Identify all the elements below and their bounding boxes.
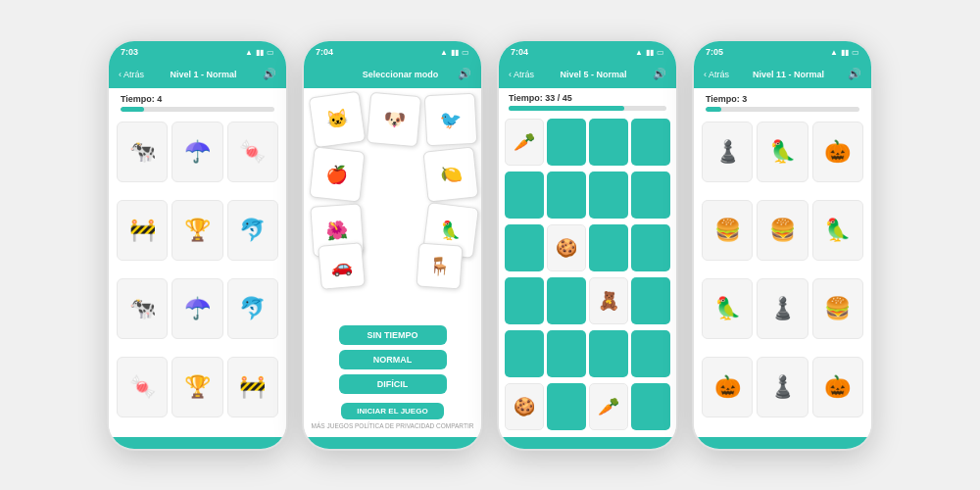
back-button[interactable]: ‹ Atrás: [704, 70, 729, 79]
memory-cell[interactable]: [631, 330, 670, 377]
mode-btn-sin-tiempo[interactable]: SIN TIEMPO: [339, 325, 447, 345]
phone-bottom-bar: [499, 437, 676, 449]
image-cell[interactable]: 🐄: [117, 278, 168, 339]
memory-cell[interactable]: [631, 119, 670, 166]
memory-cell[interactable]: 🍪: [547, 224, 586, 271]
back-button[interactable]: ‹ Atrás: [509, 70, 534, 79]
image-cell[interactable]: 🍬: [117, 357, 168, 417]
scattered-card: 🐶: [367, 92, 421, 147]
scattered-card: 🍋: [422, 146, 478, 202]
sound-icon[interactable]: 🔊: [848, 68, 861, 80]
image-cell[interactable]: 🐬: [227, 278, 278, 339]
memory-grid: 🥕🍪🧸🍪🥕: [499, 115, 676, 437]
chevron-left-icon: ‹: [119, 70, 122, 79]
memory-cell[interactable]: [631, 224, 670, 271]
image-cell[interactable]: 🦜: [757, 122, 808, 182]
sound-icon[interactable]: 🔊: [653, 68, 666, 80]
memory-cell[interactable]: [547, 330, 586, 377]
memory-cell[interactable]: [631, 277, 670, 324]
sound-icon[interactable]: 🔊: [263, 68, 276, 80]
image-cell[interactable]: 🐬: [227, 200, 278, 261]
timer-bar-bg: [121, 107, 274, 112]
memory-cell[interactable]: [631, 172, 670, 219]
status-time: 7:04: [511, 47, 528, 57]
image-cell[interactable]: 🎃: [812, 122, 863, 182]
back-button[interactable]: ‹ Atrás: [119, 70, 144, 79]
memory-cell[interactable]: [547, 172, 586, 219]
phone-header: Seleccionar modo 🔊: [304, 63, 481, 88]
image-cell[interactable]: 🐄: [117, 122, 168, 182]
image-cell[interactable]: 🚧: [227, 357, 278, 417]
image-cell[interactable]: 🏆: [172, 357, 222, 417]
scattered-card: 🪑: [416, 242, 463, 289]
phone-body: Tiempo: 3 ♟️🦜🎃🍔🍔🦜🦜♟️🍔🎃♟️🎃: [694, 88, 871, 437]
signal-icon: ▮▮: [646, 48, 654, 57]
image-cell[interactable]: 🍔: [757, 200, 808, 261]
phone-bottom-bar: [304, 437, 481, 449]
progress-bar-bg: [509, 106, 666, 111]
image-cell[interactable]: ♟️: [757, 278, 808, 339]
wifi-icon: ▲: [830, 48, 838, 57]
memory-cell[interactable]: [589, 330, 628, 377]
image-grid: ♟️🦜🎃🍔🍔🦜🦜♟️🍔🎃♟️🎃: [694, 116, 871, 437]
memory-cell[interactable]: [589, 172, 628, 219]
status-icons: ▲ ▮▮ ▭: [635, 48, 664, 57]
phone-frame-1: 7:03 ▲ ▮▮ ▭ ‹ Atrás Nivel 1 - Normal 🔊 T…: [107, 39, 288, 451]
scattered-card: 🚗: [318, 242, 366, 290]
memory-cell[interactable]: [547, 119, 586, 166]
phone-frame-4: 7:05 ▲ ▮▮ ▭ ‹ Atrás Nivel 11 - Normal 🔊 …: [692, 39, 873, 451]
phone-header: ‹ Atrás Nivel 11 - Normal 🔊: [694, 63, 871, 88]
chevron-left-icon: ‹: [704, 70, 707, 79]
wifi-icon: ▲: [635, 48, 643, 57]
back-label: Atrás: [514, 70, 534, 79]
memory-cell[interactable]: 🥕: [505, 119, 544, 166]
image-cell[interactable]: 🚧: [117, 200, 168, 261]
image-cell[interactable]: 🦜: [812, 200, 863, 261]
image-cell[interactable]: 🦜: [702, 278, 753, 339]
header-title: Seleccionar modo: [363, 70, 439, 79]
memory-cell[interactable]: [505, 330, 544, 377]
memory-cell[interactable]: [547, 383, 586, 430]
memory-cell[interactable]: 🥕: [589, 383, 628, 430]
phone-bottom-bar: [694, 437, 871, 449]
memory-cell[interactable]: 🍪: [505, 383, 544, 430]
mode-screen: 🐱🐶🐦🍎🍋🌺🦜🚗🪑SIN TIEMPONORMALDIFÍCILINICIAR …: [304, 88, 481, 437]
image-cell[interactable]: 🏆: [172, 200, 222, 261]
timer-label: Tiempo: 4: [121, 94, 274, 104]
image-cell[interactable]: 🎃: [702, 357, 753, 417]
image-cell[interactable]: 🍔: [812, 278, 863, 339]
image-grid: 🐄☂️🍬🚧🏆🐬🐄☂️🐬🍬🏆🚧: [109, 116, 286, 437]
memory-cell[interactable]: [505, 172, 544, 219]
memory-cell[interactable]: 🧸: [589, 277, 628, 324]
timer-label: Tiempo: 3: [706, 94, 859, 104]
memory-cell[interactable]: [547, 277, 586, 324]
image-cell[interactable]: 🍔: [702, 200, 753, 261]
status-time: 7:04: [316, 47, 333, 57]
memory-cell[interactable]: [505, 224, 544, 271]
image-cell[interactable]: ♟️: [757, 357, 808, 417]
timer-bar-fill: [706, 107, 721, 112]
image-cell[interactable]: ♟️: [702, 122, 753, 182]
memory-cell[interactable]: [505, 277, 544, 324]
wifi-icon: ▲: [245, 48, 253, 57]
scattered-card: 🐱: [309, 91, 367, 149]
memory-cell[interactable]: [631, 383, 670, 430]
image-cell[interactable]: ☂️: [172, 278, 222, 339]
phone-frame-3: 7:04 ▲ ▮▮ ▭ ‹ Atrás Nivel 5 - Normal 🔊 T…: [497, 39, 678, 451]
status-icons: ▲ ▮▮ ▭: [830, 48, 859, 57]
image-cell[interactable]: 🎃: [812, 357, 863, 417]
scattered-card: 🐦: [424, 93, 478, 147]
start-game-button[interactable]: INICIAR EL JUEGO: [341, 403, 443, 419]
memory-cell[interactable]: [589, 224, 628, 271]
memory-cell[interactable]: [589, 119, 628, 166]
sound-icon[interactable]: 🔊: [458, 68, 471, 80]
battery-icon: ▭: [267, 48, 274, 57]
timer-bar-bg: [706, 107, 859, 112]
image-cell[interactable]: ☂️: [172, 122, 222, 182]
battery-icon: ▭: [462, 48, 469, 57]
mode-btn-difícil[interactable]: DIFÍCIL: [339, 374, 447, 394]
back-label: Atrás: [123, 70, 144, 79]
image-cell[interactable]: 🍬: [227, 122, 278, 182]
phone-body: Tiempo: 4 🐄☂️🍬🚧🏆🐬🐄☂️🐬🍬🏆🚧: [109, 88, 286, 437]
mode-btn-normal[interactable]: NORMAL: [339, 350, 447, 369]
